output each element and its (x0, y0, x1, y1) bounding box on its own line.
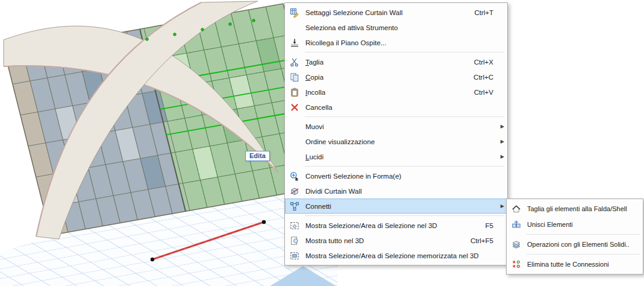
blank-icon (287, 122, 302, 132)
divide-curtain-wall-icon (287, 186, 302, 196)
convert-morph-icon (287, 171, 302, 181)
menu-item-shortcut: Ctrl+T (474, 9, 496, 16)
context-menu: Settaggi Selezione Curtain WallCtrl+TSel… (284, 2, 508, 265)
connect-submenu-item-taglia-gli-elementi-alla-falda-shell[interactable]: Taglia gli elementi alla Falda/Shell (507, 201, 643, 217)
connect-submenu-item-elimina-tutte-le-connessioni[interactable]: Elimina tutte le Connessioni (507, 256, 643, 272)
context-menu-item-dividi-curtain-wall[interactable]: Dividi Curtain Wall (285, 183, 507, 199)
context-menu-item-cancella[interactable]: Cancella (285, 100, 507, 115)
context-menu-item-mostra-selezione-area-di-selezione-memor[interactable]: Mostra Selezione/Area di Selezione memor… (285, 248, 507, 263)
trim-to-roof-icon (509, 204, 524, 214)
show-stored-selection-3d-icon (287, 251, 302, 261)
submenu-arrow-icon: ▶ (496, 139, 506, 144)
context-menu-item-converti-selezione-in-forma-e[interactable]: Converti Selezione in Forma(e) (285, 168, 507, 183)
menu-item-label: Copia (305, 74, 324, 81)
edit-tooltip: Edita (245, 151, 270, 161)
menu-item-label: Settaggi Selezione Curtain Wall (305, 9, 402, 16)
context-menu-item-connetti[interactable]: Connetti▶ (285, 199, 507, 214)
context-menu-item-lucidi[interactable]: Lucidi▶ (285, 149, 507, 164)
menu-item-label: Cancella (305, 104, 333, 111)
menu-item-label: Unisci Elementi (527, 221, 573, 228)
menu-item-label: Dividi Curtain Wall (305, 188, 362, 195)
connect-submenu: Taglia gli elementi alla Falda/ShellUnis… (506, 199, 643, 275)
menu-item-shortcut: Ctrl+X (474, 59, 496, 66)
menu-separator (305, 215, 504, 216)
menu-item-label: Taglia gli elementi alla Falda/Shell (527, 205, 627, 212)
story-reconnect-icon (287, 38, 302, 48)
menu-item-shortcut: Ctrl+C (474, 74, 496, 81)
menu-item-label: Operazioni con gli Elementi Solidi... (527, 241, 629, 248)
menu-item-label: Mostra Selezione/Area di Selezione nel 3… (305, 222, 437, 229)
line-endpoint (151, 258, 154, 261)
copy-icon (287, 72, 302, 82)
solid-operations-icon (509, 240, 524, 249)
cut-icon (287, 57, 302, 67)
menu-item-label: Mostra Selezione/Area di Selezione memor… (305, 252, 479, 259)
menu-item-label: Ricollega il Piano Ospite... (305, 39, 386, 46)
context-menu-item-mostra-selezione-area-di-selezione-nel-3[interactable]: Mostra Selezione/Area di Selezione nel 3… (285, 218, 507, 233)
menu-item-shortcut: F5 (486, 222, 496, 229)
context-menu-item-seleziona-ed-attiva-strumento[interactable]: Seleziona ed attiva Strumento (285, 20, 507, 35)
menu-item-label: Ordine visualizzazione (305, 138, 375, 145)
menu-item-label: Muovi (305, 123, 324, 130)
menu-separator (305, 166, 504, 167)
blank-icon (287, 152, 302, 162)
blank-icon (287, 23, 302, 33)
paste-icon (287, 87, 302, 97)
submenu-arrow-icon: ▶ (496, 154, 506, 159)
submenu-arrow-icon: ▶ (496, 203, 506, 209)
menu-item-label: Seleziona ed attiva Strumento (305, 24, 398, 31)
menu-separator (527, 234, 640, 235)
context-menu-item-ordine-visualizzazione[interactable]: Ordine visualizzazione▶ (285, 134, 507, 149)
menu-separator (527, 254, 640, 255)
menu-item-label: Mostra tutto nel 3D (305, 237, 364, 244)
context-menu-item-copia[interactable]: CopiaCtrl+C (285, 69, 507, 84)
context-menu-item-taglia[interactable]: TagliaCtrl+X (285, 54, 507, 69)
submenu-arrow-icon: ▶ (496, 124, 506, 129)
context-menu-item-settaggi-selezione-curtain-wall[interactable]: Settaggi Selezione Curtain WallCtrl+T (285, 5, 507, 20)
blank-icon (287, 137, 302, 147)
menu-item-label: Taglia (305, 59, 324, 66)
show-all-3d-icon (287, 236, 302, 246)
delete-connections-icon (509, 259, 524, 269)
context-menu-item-incolla[interactable]: IncollaCtrl+V (285, 84, 507, 100)
menu-separator (305, 116, 504, 117)
connect-submenu-item-unisci-elementi[interactable]: Unisci Elementi (507, 217, 643, 232)
context-menu-item-mostra-tutto-nel-3d[interactable]: Mostra tutto nel 3DCtrl+F5 (285, 233, 507, 248)
menu-item-shortcut: Ctrl+F5 (470, 237, 496, 244)
line-endpoint (262, 220, 266, 224)
connect-icon (287, 202, 302, 211)
merge-elements-icon (509, 220, 524, 229)
menu-item-shortcut: Ctrl+V (474, 89, 496, 96)
menu-item-label: Elimina tutte le Connessioni (527, 261, 609, 268)
menu-item-label: Connetti (305, 203, 331, 210)
menu-separator (305, 52, 504, 52)
context-menu-item-muovi[interactable]: Muovi▶ (285, 119, 507, 134)
menu-item-label: Converti Selezione in Forma(e) (305, 173, 401, 180)
delete-icon (287, 103, 302, 112)
curtain-wall-settings-icon (287, 8, 302, 17)
menu-item-label: Lucidi (305, 153, 324, 160)
menu-item-label: Incolla (305, 89, 325, 96)
context-menu-item-ricollega-il-piano-ospite[interactable]: Ricollega il Piano Ospite... (285, 35, 507, 50)
show-selection-3d-icon (287, 221, 302, 230)
connect-submenu-item-operazioni-con-gli-elementi-solidi[interactable]: Operazioni con gli Elementi Solidi... (507, 237, 643, 252)
